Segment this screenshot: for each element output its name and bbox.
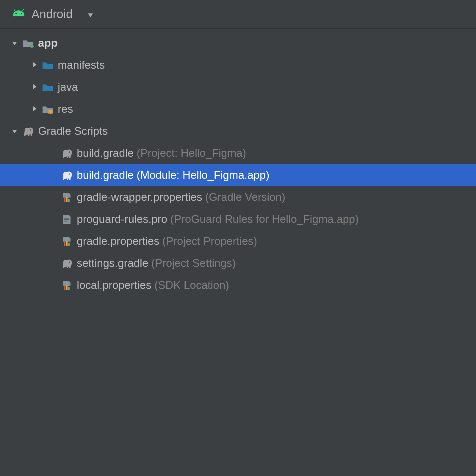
tree-annotation: (Gradle Version) (205, 191, 285, 203)
chevron-down-icon (79, 8, 94, 20)
view-selector-label: Android (32, 7, 73, 21)
tree-label: proguard-rules.pro (77, 213, 167, 226)
elephant-icon (60, 258, 74, 268)
gradle-icon (21, 126, 35, 136)
tree-label: build.gradle (77, 169, 134, 181)
tree-annotation: (Project Settings) (151, 257, 236, 270)
tree-node-app[interactable]: app (0, 32, 476, 54)
project-view-header[interactable]: Android (0, 0, 476, 29)
tree-label: Gradle Scripts (38, 125, 108, 137)
tree-label: res (58, 103, 73, 115)
tree-label: gradle.properties (77, 235, 159, 248)
elephant-icon (60, 148, 74, 158)
tree-label: manifests (58, 59, 105, 71)
expand-icon[interactable] (28, 83, 40, 91)
expand-icon[interactable] (28, 105, 40, 113)
tree-node-manifests[interactable]: manifests (0, 54, 476, 76)
tree-label: local.properties (77, 279, 151, 292)
tree-node-gradle-file[interactable]: proguard-rules.pro(ProGuard Rules for He… (0, 208, 476, 230)
res-folder-icon (40, 104, 55, 114)
props-icon (60, 280, 74, 290)
folder-icon (40, 82, 55, 92)
props-icon (60, 236, 74, 246)
tree-node-gradle-scripts[interactable]: Gradle Scripts (0, 120, 476, 142)
textfile-icon (60, 214, 74, 224)
module-folder-icon (21, 38, 35, 48)
tree-label: java (58, 81, 78, 93)
tree-annotation: (Module: Hello_Figma.app) (137, 169, 269, 181)
expand-icon[interactable] (28, 61, 40, 69)
tree-label: settings.gradle (77, 257, 148, 270)
tree-annotation: (ProGuard Rules for Hello_Figma.app) (170, 213, 358, 226)
tree-node-java[interactable]: java (0, 76, 476, 98)
tree-node-gradle-file[interactable]: build.gradle(Project: Hello_Figma) (0, 142, 476, 164)
expand-icon[interactable] (8, 39, 21, 47)
tree-node-res[interactable]: res (0, 98, 476, 120)
tree-node-gradle-file[interactable]: gradle-wrapper.properties(Gradle Version… (0, 186, 476, 208)
props-icon (60, 192, 74, 202)
tree-label: gradle-wrapper.properties (77, 191, 202, 203)
tree-annotation: (Project: Hello_Figma) (137, 147, 246, 159)
elephant-icon (60, 170, 74, 180)
tree-node-gradle-file[interactable]: build.gradle(Module: Hello_Figma.app) (0, 164, 476, 186)
tree-annotation: (Project Properties) (162, 235, 257, 248)
android-icon (12, 8, 26, 20)
tree-node-gradle-file[interactable]: gradle.properties(Project Properties) (0, 230, 476, 252)
tree-annotation: (SDK Location) (154, 279, 229, 292)
tree-label: build.gradle (77, 147, 134, 159)
tree-node-gradle-file[interactable]: settings.gradle(Project Settings) (0, 252, 476, 274)
tree-label: app (38, 37, 58, 49)
tree-node-gradle-file[interactable]: local.properties(SDK Location) (0, 274, 476, 296)
expand-icon[interactable] (8, 127, 21, 135)
folder-icon (40, 60, 55, 70)
project-tree: app manifests java res Gradle Scripts bu… (0, 29, 476, 296)
